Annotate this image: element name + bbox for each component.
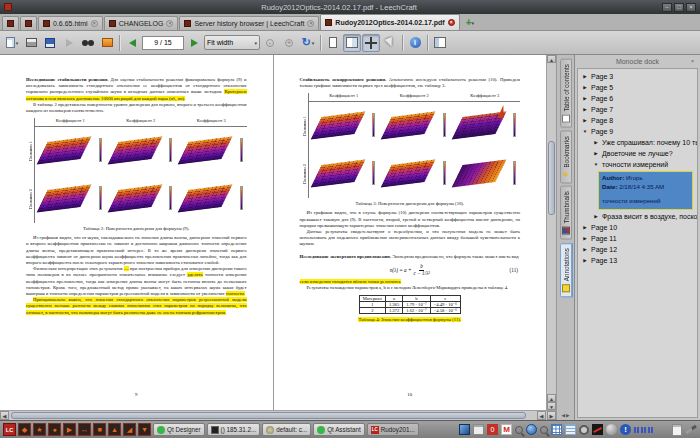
tab-thumbnails[interactable]: Thumbnails bbox=[560, 186, 572, 240]
two-page-view-button[interactable] bbox=[343, 34, 361, 52]
graph-tray-icon[interactable] bbox=[592, 424, 603, 435]
taskbar-button-qt-designer[interactable]: Qt Designer bbox=[153, 423, 205, 436]
taskbar-button-qt-assistant[interactable]: Qt Assistant bbox=[313, 423, 365, 436]
expand-icon[interactable] bbox=[582, 96, 588, 101]
expand-icon[interactable] bbox=[582, 247, 588, 252]
search-tray-icon[interactable] bbox=[515, 426, 523, 434]
list-tray-icon[interactable] bbox=[565, 424, 576, 435]
tree-item-page-3[interactable]: Page 3 bbox=[578, 71, 697, 82]
pan-tool-button[interactable] bbox=[362, 34, 380, 52]
document-info-button[interactable] bbox=[406, 34, 424, 52]
expand-icon[interactable] bbox=[582, 258, 588, 263]
scroll-up-icon[interactable] bbox=[547, 394, 556, 402]
previous-page-button[interactable] bbox=[123, 34, 141, 52]
expand-icon[interactable] bbox=[582, 236, 588, 241]
quicklaunch-icon-9[interactable] bbox=[138, 423, 151, 436]
collapse-icon[interactable] bbox=[593, 162, 599, 167]
tree-item-page-13[interactable]: Page 13 bbox=[578, 255, 697, 266]
quicklaunch-icon-5[interactable] bbox=[78, 423, 91, 436]
tab-close-icon[interactable] bbox=[166, 20, 173, 27]
tree-item-annotation[interactable]: Двоеточие не лучше? bbox=[578, 148, 697, 159]
quicklaunch-icon-8[interactable] bbox=[123, 423, 136, 436]
tab-close-icon[interactable] bbox=[91, 20, 98, 27]
scroll-right-icon[interactable] bbox=[547, 411, 556, 420]
close-button[interactable] bbox=[686, 3, 696, 12]
find-button[interactable] bbox=[79, 34, 97, 52]
screwdriver-icon[interactable] bbox=[685, 425, 697, 434]
expand-icon[interactable] bbox=[593, 140, 599, 145]
tab-close-icon[interactable] bbox=[448, 19, 455, 26]
tree-item-annotation[interactable]: Фраза висит в воздухе, поско... bbox=[578, 211, 697, 222]
tab-annotations[interactable]: Annotations bbox=[560, 243, 572, 297]
expand-icon[interactable] bbox=[582, 118, 588, 123]
taskbar-button-rudoy-pdf[interactable]: Rudoy201... bbox=[367, 423, 419, 436]
scroll-down-icon[interactable] bbox=[547, 402, 556, 410]
expand-icon[interactable] bbox=[582, 225, 588, 230]
scroll-up-icon[interactable] bbox=[547, 55, 556, 63]
tab-server-history[interactable]: Server history browser | LeechCraft bbox=[179, 16, 319, 30]
tab-close-icon[interactable] bbox=[307, 20, 314, 27]
expand-icon[interactable] bbox=[593, 214, 599, 219]
zoom-out-button[interactable] bbox=[261, 34, 279, 52]
quicklaunch-icon-7[interactable] bbox=[108, 423, 121, 436]
leechcraft-launcher-icon[interactable] bbox=[3, 423, 16, 436]
rotate-button[interactable] bbox=[299, 34, 317, 52]
tree-item-page-10[interactable]: Page 10 bbox=[578, 222, 697, 233]
open-file-button[interactable] bbox=[3, 34, 21, 52]
document-view[interactable]: Исследование стабильности решения. Для о… bbox=[0, 55, 546, 410]
tab-bookmarks[interactable]: Bookmarks bbox=[560, 131, 572, 184]
display-tray-icon[interactable] bbox=[459, 424, 470, 435]
taskbar-button-default[interactable]: default: c... bbox=[262, 423, 311, 436]
quicklaunch-icon-3[interactable] bbox=[48, 423, 61, 436]
scroll-left-icon[interactable] bbox=[537, 411, 546, 420]
quicklaunch-icon-2[interactable] bbox=[33, 423, 46, 436]
taskbar-button-terminal[interactable]: () 185.31.2... bbox=[207, 423, 261, 436]
quicklaunch-icon-4[interactable] bbox=[63, 423, 76, 436]
tab-icon-2[interactable] bbox=[20, 16, 37, 30]
tab-pdf-active[interactable]: Rudoy2012Optics-2014.02.17.pdf bbox=[320, 14, 459, 30]
clipboard-tray-icon[interactable] bbox=[473, 424, 484, 435]
zoom-in-button[interactable] bbox=[280, 34, 298, 52]
presentation-button[interactable] bbox=[98, 34, 116, 52]
next-page-button[interactable] bbox=[185, 34, 203, 52]
tab-icon-1[interactable] bbox=[2, 16, 19, 30]
minimize-button[interactable] bbox=[662, 3, 672, 12]
selected-annotation[interactable]: Author: Игорь Date: 2/18/14 4:35 AM точн… bbox=[598, 171, 693, 210]
horizontal-scrollbar-thumb[interactable] bbox=[11, 412, 526, 419]
settings-tray-icon[interactable] bbox=[579, 425, 589, 435]
print-button[interactable] bbox=[22, 34, 40, 52]
clipboard-icon[interactable] bbox=[672, 424, 682, 436]
page-number-input[interactable] bbox=[142, 36, 184, 50]
search-tray-icon[interactable] bbox=[540, 426, 548, 434]
dock-close-icon[interactable] bbox=[688, 57, 697, 66]
table-tray-icon[interactable] bbox=[551, 424, 562, 435]
maximize-button[interactable] bbox=[674, 3, 684, 12]
expand-icon[interactable] bbox=[582, 85, 588, 90]
tree-item-page-5[interactable]: Page 5 bbox=[578, 82, 697, 93]
counter-tray-icon[interactable] bbox=[487, 424, 498, 435]
expand-icon[interactable] bbox=[582, 74, 588, 79]
tree-item-page-8[interactable]: Page 8 bbox=[578, 115, 697, 126]
new-tab-button[interactable] bbox=[464, 16, 476, 30]
sphere-tray-icon[interactable] bbox=[606, 424, 617, 435]
toggle-sidebar-button[interactable] bbox=[431, 34, 449, 52]
collapse-icon[interactable] bbox=[582, 129, 588, 134]
tab-changelog[interactable]: CHANGELOG bbox=[104, 16, 179, 30]
save-button[interactable] bbox=[41, 34, 59, 52]
tree-item-annotation[interactable]: Уже спрашивал: почему 10 ты... bbox=[578, 137, 697, 148]
export-button[interactable] bbox=[60, 34, 78, 52]
scroll-left-icon[interactable] bbox=[0, 411, 9, 420]
zoom-mode-select[interactable]: Fit width bbox=[204, 35, 260, 50]
tab-scroll-left-icon[interactable] bbox=[562, 413, 565, 418]
tree-item-page-6[interactable]: Page 6 bbox=[578, 93, 697, 104]
quicklaunch-icon-6[interactable] bbox=[93, 423, 106, 436]
tree-item-annotation[interactable]: точности измерений bbox=[578, 159, 697, 170]
tree-item-page-7[interactable]: Page 7 bbox=[578, 104, 697, 115]
network-tray-icon[interactable] bbox=[526, 424, 537, 435]
tree-item-page-9[interactable]: Page 9 bbox=[578, 126, 697, 137]
tab-table-of-contents[interactable]: Table of contents bbox=[560, 59, 572, 128]
tree-item-page-12[interactable]: Page 12 bbox=[578, 244, 697, 255]
single-page-view-button[interactable] bbox=[324, 34, 342, 52]
expand-icon[interactable] bbox=[582, 107, 588, 112]
selection-tool-button[interactable] bbox=[381, 34, 399, 52]
